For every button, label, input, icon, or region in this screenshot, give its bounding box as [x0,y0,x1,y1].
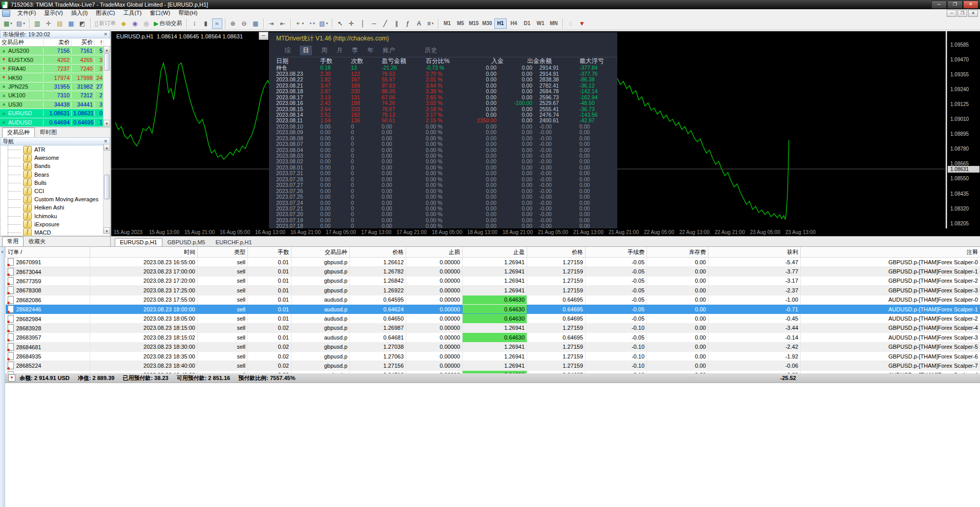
navigator-item-awesome[interactable]: ƒAwesome [1,154,110,162]
webinar-button[interactable]: ◎ [141,18,151,29]
timeframe-m1-button[interactable]: M1 [441,18,453,29]
chart-shift-button[interactable]: ⇤ [278,18,288,29]
order-row-28684935[interactable]: 286849352023.08.23 18:35:00sell0.02gbpus… [6,351,980,361]
order-row-28673044[interactable]: 286730442023.08.23 17:00:00sell0.01gbpus… [6,267,980,276]
zoom-in-button[interactable]: ⊕ [228,18,238,29]
scroll-up-icon[interactable]: ▲ [103,46,110,53]
order-row-28685224[interactable]: 286852242023.08.23 18:40:00sell0.02gbpus… [6,361,980,370]
timeframe-mn-button[interactable]: MN [548,18,560,29]
orders-column-6[interactable]: 价格 [350,247,406,258]
metaeditor-button[interactable]: ◆ [118,18,129,29]
market-watch-column-3[interactable]: 买价 [72,38,95,46]
chart-tab-GBPUSD.p,M5[interactable]: GBPUSD.p,M5 [162,238,211,246]
terminal-button[interactable]: ▦ [66,18,76,29]
market-watch-row-uk100[interactable]: ▲UK100731073122 [0,91,110,100]
help-pin-button[interactable]: ▼ [577,18,587,29]
close-icon[interactable]: ✕ [103,32,108,37]
text-button[interactable]: A [414,18,424,29]
orders-column-9[interactable]: 价格 [527,247,586,258]
market-watch-row-us30[interactable]: ▲US3034438344413 [0,100,110,109]
order-row-28670991[interactable]: 286709912023.08.23 16:55:00sell0.01gbpus… [6,258,980,267]
line-chart-button[interactable]: ≈ [212,18,222,29]
indicator-minimize-button[interactable]: ─ [259,32,268,40]
navigator-item-iexposure[interactable]: ƒiExposure [1,220,110,228]
candlestick-button[interactable]: ▮ [201,18,211,29]
market-watch-row-aus200[interactable]: ▲AUS200715671615 [0,47,110,55]
new-order-button[interactable]: ▯新订单 [93,18,118,29]
scroll-down-icon[interactable]: ▼ [103,227,110,234]
timeframe-w1-button[interactable]: W1 [534,18,547,29]
timeframe-h1-button[interactable]: H1 [494,18,507,29]
zoom-out-button[interactable]: ⊖ [239,18,249,29]
bar-chart-button[interactable]: ↕ [190,18,200,29]
market-watch-row-eustx50[interactable]: ▼EUSTX50426242653 [0,55,110,64]
navigator-item-bands[interactable]: ƒBands [1,162,110,170]
navigator-tab-收藏夹[interactable]: 收藏夹 [24,237,51,246]
orders-column-4[interactable]: 手数 [248,247,291,258]
market-watch-column-4[interactable]: ! [95,39,104,46]
trendline-button[interactable]: ╱ [380,18,390,29]
orders-column-3[interactable]: 类型 [198,247,248,258]
navigator-item-cci[interactable]: ƒCCI [1,187,110,195]
order-row-28683928[interactable]: 286839282023.08.23 18:15:00sell0.02gbpus… [6,323,980,332]
mtdriver-tab-年[interactable]: 年 [367,46,373,55]
time-axis[interactable]: 15 Aug 202315 Aug 13:0015 Aug 21:0016 Au… [111,228,980,236]
menu-item-7[interactable]: 帮助(H) [174,9,201,17]
autotrading-button[interactable]: ▶自动交易 [152,18,183,29]
market-watch-column-2[interactable]: 卖价 [44,38,72,46]
orders-column-2[interactable]: 时间 [90,247,198,258]
auto-scroll-button[interactable]: ⇥ [266,18,277,29]
order-row-28682984[interactable]: 286829842023.08.23 18:05:00sell0.01audus… [6,314,980,323]
order-row-28677359[interactable]: 286773592023.08.23 17:20:00sell0.01gbpus… [6,276,980,285]
navigator-item-bulls[interactable]: ƒBulls [1,179,110,187]
navigator-item-macd[interactable]: ƒMACD [1,228,110,236]
strategy-tester-button[interactable]: ◩ [77,18,88,29]
market-watch-tab-即时图[interactable]: 即时图 [35,128,62,137]
minimize-button[interactable]: ─ [931,1,947,9]
market-watch-button[interactable]: ▥ [32,18,43,29]
navigator-item-custom-moving-averages[interactable]: ƒCustom Moving Averages [1,195,110,203]
arrows-button[interactable]: ≡▾ [425,18,435,29]
mtdriver-tab-周[interactable]: 周 [321,46,327,55]
horizontal-line-button[interactable]: ─ [369,18,379,29]
cursor-button[interactable]: ↖ [335,18,345,29]
order-row-28683957[interactable]: 286839572023.08.23 18:15:02sell0.01audus… [6,333,980,342]
new-chart-button[interactable]: ▦▾ [2,18,14,29]
scroll-down-icon[interactable]: ▼ [103,120,110,126]
navigator-tab-常用[interactable]: 常用 [2,237,24,246]
menu-item-4[interactable]: 图表(C) [92,9,119,17]
timeframe-m5-button[interactable]: M5 [454,18,467,29]
timeframe-m30-button[interactable]: M30 [481,18,493,29]
scrollbar-thumb[interactable] [104,175,110,199]
menu-item-1[interactable]: 文件(F) [13,9,40,17]
mtdriver-tab-账户[interactable]: 账户 [383,46,395,55]
market-watch-tab-交易品种[interactable]: 交易品种 [2,128,35,137]
scroll-up-icon[interactable]: ▲ [103,144,110,151]
tile-windows-button[interactable]: ▦ [251,18,261,29]
order-row-28684681[interactable]: 286846812023.08.23 18:30:00sell0.02gbpus… [6,342,980,351]
navigator-button[interactable]: ▤ [55,18,65,29]
close-button[interactable]: ✕ [963,1,978,9]
navigator-item-bears[interactable]: ƒBears [1,171,110,179]
mtdriver-tab-综[interactable]: 综 [284,46,290,55]
timeframe-h4-button[interactable]: H4 [508,18,520,29]
search-button[interactable]: ◌ [566,18,576,29]
periods-button[interactable]: ◔▾ [306,18,317,29]
mtdriver-tab-日[interactable]: 日 [300,46,312,55]
navigator-item-atr[interactable]: ƒATR [1,145,110,154]
scrollbar-thumb[interactable] [104,53,110,71]
order-row-28682086[interactable]: 286820862023.08.23 17:55:00sell0.01audus… [6,295,980,304]
menu-item-5[interactable]: 工具(T) [119,9,145,17]
navigator-scrollbar[interactable]: ▲ ▼ [103,144,110,234]
market-watch-row-audusd[interactable]: ▲AUDUSD0.646940.646951 [0,118,110,127]
templates-button[interactable]: ▧▾ [318,18,329,29]
market-watch-row-jpn225[interactable]: ▲JPN225319553198227 [0,82,110,91]
orders-column-10[interactable]: 手续费 [586,247,647,258]
mtdriver-tab-季[interactable]: 季 [352,46,358,55]
navigator-item-heiken-ashi[interactable]: ƒHeiken Ashi [1,203,110,212]
maximize-button[interactable]: ❐ [947,1,963,9]
child-minimize-button[interactable]: ─ [947,10,956,17]
orders-column-5[interactable]: 交易品种 [291,247,350,258]
market-watch-scrollbar[interactable]: ▲ ▼ [103,46,110,126]
close-icon[interactable]: x [0,249,5,254]
